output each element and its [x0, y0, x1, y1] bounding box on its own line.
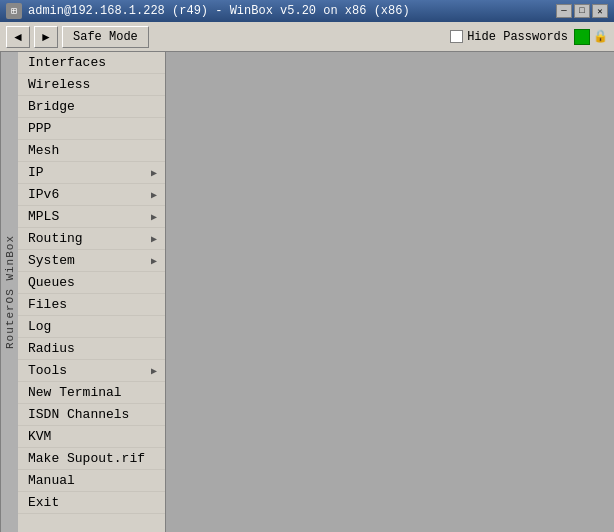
back-button[interactable]: ◄	[6, 26, 30, 48]
sidebar-item-files[interactable]: Files	[18, 294, 165, 316]
menu-item-label: IPv6	[28, 187, 59, 202]
sidebar-item-routing[interactable]: Routing▶	[18, 228, 165, 250]
sidebar-item-ipv6[interactable]: IPv6▶	[18, 184, 165, 206]
sidebar-item-make-supoutrif[interactable]: Make Supout.rif	[18, 448, 165, 470]
sidebar: InterfacesWirelessBridgePPPMeshIP▶IPv6▶M…	[18, 52, 166, 532]
vertical-label: RouterOS WinBox	[0, 52, 18, 532]
hide-passwords-control[interactable]: Hide Passwords	[450, 30, 568, 44]
lock-icon: 🔒	[592, 29, 608, 45]
sidebar-item-radius[interactable]: Radius	[18, 338, 165, 360]
close-button[interactable]: ✕	[592, 4, 608, 18]
sidebar-item-mesh[interactable]: Mesh	[18, 140, 165, 162]
forward-button[interactable]: ►	[34, 26, 58, 48]
window-controls[interactable]: ─ □ ✕	[556, 4, 608, 18]
menu-item-label: Exit	[28, 495, 59, 510]
submenu-arrow-icon: ▶	[151, 233, 157, 245]
menu-item-label: KVM	[28, 429, 51, 444]
sidebar-item-mpls[interactable]: MPLS▶	[18, 206, 165, 228]
hide-passwords-label: Hide Passwords	[467, 30, 568, 44]
sidebar-item-isdn-channels[interactable]: ISDN Channels	[18, 404, 165, 426]
menu-item-label: Files	[28, 297, 67, 312]
title-bar: ⊞ admin@192.168.1.228 (r49) - WinBox v5.…	[0, 0, 614, 22]
main-area: RouterOS WinBox InterfacesWirelessBridge…	[0, 52, 614, 532]
submenu-arrow-icon: ▶	[151, 211, 157, 223]
safe-mode-button[interactable]: Safe Mode	[62, 26, 149, 48]
menu-item-label: Routing	[28, 231, 83, 246]
hide-passwords-checkbox[interactable]	[450, 30, 463, 43]
sidebar-item-tools[interactable]: Tools▶	[18, 360, 165, 382]
toolbar-right: Hide Passwords 🔒	[450, 29, 608, 45]
content-area	[166, 52, 614, 532]
menu-item-label: Bridge	[28, 99, 75, 114]
menu-item-label: Make Supout.rif	[28, 451, 145, 466]
maximize-button[interactable]: □	[574, 4, 590, 18]
sidebar-wrapper: RouterOS WinBox InterfacesWirelessBridge…	[0, 52, 166, 532]
menu-item-label: System	[28, 253, 75, 268]
connection-status-icon	[574, 29, 590, 45]
sidebar-item-ip[interactable]: IP▶	[18, 162, 165, 184]
submenu-arrow-icon: ▶	[151, 167, 157, 179]
menu-item-label: Radius	[28, 341, 75, 356]
sidebar-item-system[interactable]: System▶	[18, 250, 165, 272]
toolbar: ◄ ► Safe Mode Hide Passwords 🔒	[0, 22, 614, 52]
app-icon: ⊞	[6, 3, 22, 19]
sidebar-item-interfaces[interactable]: Interfaces	[18, 52, 165, 74]
sidebar-item-new-terminal[interactable]: New Terminal	[18, 382, 165, 404]
sidebar-item-wireless[interactable]: Wireless	[18, 74, 165, 96]
title-text: admin@192.168.1.228 (r49) - WinBox v5.20…	[28, 4, 410, 18]
status-icons: 🔒	[574, 29, 608, 45]
sidebar-item-manual[interactable]: Manual	[18, 470, 165, 492]
menu-item-label: Manual	[28, 473, 75, 488]
minimize-button[interactable]: ─	[556, 4, 572, 18]
sidebar-item-bridge[interactable]: Bridge	[18, 96, 165, 118]
menu-item-label: IP	[28, 165, 44, 180]
sidebar-item-exit[interactable]: Exit	[18, 492, 165, 514]
submenu-arrow-icon: ▶	[151, 365, 157, 377]
sidebar-item-log[interactable]: Log	[18, 316, 165, 338]
menu-item-label: Tools	[28, 363, 67, 378]
sidebar-item-queues[interactable]: Queues	[18, 272, 165, 294]
sidebar-item-ppp[interactable]: PPP	[18, 118, 165, 140]
menu-item-label: PPP	[28, 121, 51, 136]
sidebar-item-kvm[interactable]: KVM	[18, 426, 165, 448]
menu-item-label: MPLS	[28, 209, 59, 224]
menu-item-label: Log	[28, 319, 51, 334]
menu-item-label: New Terminal	[28, 385, 122, 400]
menu-item-label: Interfaces	[28, 55, 106, 70]
menu-item-label: Queues	[28, 275, 75, 290]
menu-item-label: ISDN Channels	[28, 407, 129, 422]
submenu-arrow-icon: ▶	[151, 255, 157, 267]
menu-item-label: Mesh	[28, 143, 59, 158]
menu-item-label: Wireless	[28, 77, 90, 92]
submenu-arrow-icon: ▶	[151, 189, 157, 201]
